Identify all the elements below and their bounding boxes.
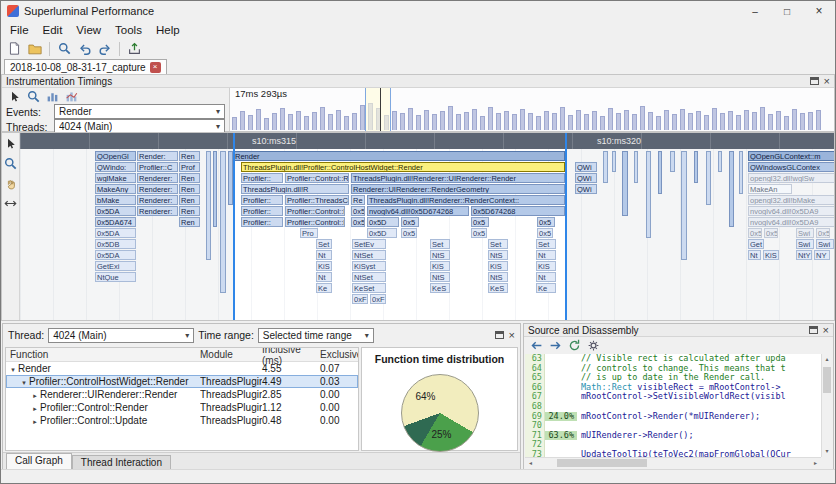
timeline-span[interactable]: Renderer:: [137, 173, 178, 183]
timeline-strip[interactable]: [670, 151, 675, 172]
timeline-span[interactable]: 0x5: [537, 217, 555, 227]
timeline-span[interactable]: 0xF: [352, 294, 368, 304]
pan-tool-icon[interactable]: [2, 175, 19, 192]
timeline-strip[interactable]: [622, 151, 628, 216]
timeline-strip[interactable]: [718, 151, 722, 172]
tab-close-icon[interactable]: [150, 62, 161, 73]
timeline-span[interactable]: Renderer::UIRenderer::RenderGeometry: [351, 184, 565, 194]
timeline-strip[interactable]: [646, 151, 651, 238]
timeline-span[interactable]: 0x5D674268: [471, 206, 565, 216]
timeline-span[interactable]: Render: [233, 151, 565, 161]
timeline-span[interactable]: opengl32.dll!bMake: [748, 195, 834, 205]
timeline-span[interactable]: 0x5: [471, 228, 487, 238]
timeline-span[interactable]: Nt: [748, 250, 761, 260]
timeline-span[interactable]: KeS: [430, 283, 450, 293]
timeline-span[interactable]: KeSet: [352, 283, 386, 293]
menu-help[interactable]: Help: [149, 23, 187, 37]
float-panel-icon[interactable]: [809, 326, 818, 334]
timeline-span[interactable]: 0x5: [537, 228, 553, 238]
select-tool-icon[interactable]: [6, 88, 23, 105]
scroll-right-icon[interactable]: [810, 458, 821, 468]
tab-call-graph[interactable]: Call Graph: [6, 453, 72, 469]
timeline-span[interactable]: Swi: [796, 228, 814, 238]
vertical-scrollbar[interactable]: [821, 354, 832, 457]
timeline-span[interactable]: nvoglv64.dll!0x5D674268: [367, 206, 469, 216]
timeline-span[interactable]: NtSet: [352, 250, 386, 260]
selection-boundary-line[interactable]: [233, 133, 235, 320]
timeline-span[interactable]: KiS: [763, 250, 779, 260]
timeline-span[interactable]: Nt: [316, 250, 332, 260]
call-graph-row[interactable]: ▸Renderer::UIRenderer::RenderThreadsPlug…: [6, 388, 358, 401]
timeline-span[interactable]: Prof: [179, 162, 200, 172]
close-panel-icon[interactable]: [824, 77, 830, 86]
column-module[interactable]: Module: [200, 349, 262, 360]
zoom-tool-icon[interactable]: [2, 155, 19, 172]
timeline-span[interactable]: Profiler::ThreadsCo: [285, 195, 349, 205]
timeline-span[interactable]: 0x5: [351, 217, 365, 227]
distribution-pie-chart[interactable]: 64%25%: [401, 374, 479, 452]
call-graph-row[interactable]: ▸Profiler::Control::UpdateThreadsPlugin0…: [6, 414, 358, 427]
refresh-source-icon[interactable]: [566, 337, 583, 354]
menu-file[interactable]: File: [3, 23, 36, 37]
capture-tab[interactable]: 2018-10-08_08-31-17_capture: [4, 59, 167, 74]
float-panel-icon[interactable]: [495, 331, 504, 339]
timeline-span[interactable]: NY: [814, 250, 830, 260]
timeline-span[interactable]: Profiler::: [241, 173, 283, 183]
timeline-span[interactable]: 0x5D: [367, 228, 397, 238]
timeline-span[interactable]: 0xF: [370, 294, 386, 304]
timeline-span[interactable]: Ren: [179, 184, 200, 194]
timeline-ruler[interactable]: s10:ms315s10:ms320: [20, 133, 834, 149]
scrollbar-thumb[interactable]: [557, 459, 647, 467]
timeline-span[interactable]: 0x5: [351, 206, 365, 216]
maximize-button[interactable]: [771, 1, 803, 21]
expand-icon[interactable]: ▸: [30, 392, 40, 400]
tab-thread-interaction[interactable]: Thread Interaction: [72, 455, 171, 469]
column-function[interactable]: Function: [6, 349, 200, 360]
timeline-strip[interactable]: [681, 151, 687, 260]
timeline-span[interactable]: nvoglv64.dll!0x5DA9: [748, 217, 834, 227]
timeline-span[interactable]: 0x5: [816, 228, 830, 238]
measure-tool-icon[interactable]: [2, 195, 19, 212]
timeline-span[interactable]: 0x5DA: [95, 228, 136, 238]
close-panel-icon[interactable]: [509, 331, 515, 340]
timeline-span[interactable]: bMake: [95, 195, 136, 205]
timeline-span[interactable]: KiS: [488, 261, 508, 271]
table-header[interactable]: Function Module Inclusive (ms) Exclusive: [6, 348, 358, 362]
titlebar[interactable]: Superluminal Performance: [1, 1, 835, 21]
timeline-strip[interactable]: [658, 151, 662, 194]
timeline-span[interactable]: QWi: [575, 162, 597, 172]
timeline-span[interactable]: GetExi: [95, 261, 136, 271]
expand-icon[interactable]: ▸: [30, 418, 40, 426]
timeline-span[interactable]: KiS: [536, 261, 556, 271]
timeline-span[interactable]: Nt: [536, 272, 556, 282]
scroll-down-icon[interactable]: [822, 446, 832, 457]
timeline-span[interactable]: Profiler::Control::R: [285, 206, 345, 216]
select-tool-icon[interactable]: [2, 135, 19, 152]
timeline-span[interactable]: Ke: [536, 283, 556, 293]
timeline-span[interactable]: Re: [351, 195, 365, 205]
next-hot-line-icon[interactable]: [547, 337, 564, 354]
timeline-span[interactable]: KiS: [316, 261, 332, 271]
timeline-span[interactable]: opengl32.dll!wglSw: [748, 173, 834, 183]
timeline-span[interactable]: Nt: [536, 250, 556, 260]
timeline-span[interactable]: 0x5: [471, 217, 489, 227]
zoom-selection-icon[interactable]: [56, 40, 73, 57]
timeline-overview[interactable]: 17ms 293µs: [230, 88, 834, 131]
timeline-span[interactable]: Get: [748, 239, 764, 249]
prev-hot-line-icon[interactable]: [528, 337, 545, 354]
timeline-span[interactable]: Ren: [179, 195, 200, 205]
menu-tools[interactable]: Tools: [108, 23, 149, 37]
timeline-strip[interactable]: [213, 151, 217, 227]
source-code-view[interactable]: 63// Visible rect is calculated after up…: [525, 354, 821, 457]
timeline-span[interactable]: nvoglv64.dll!0x5DA9: [748, 206, 834, 216]
timeline-strip[interactable]: [634, 151, 638, 183]
export-capture-icon[interactable]: [126, 40, 143, 57]
timeline-strip[interactable]: [706, 151, 711, 205]
timeline-span[interactable]: QWindo:: [95, 162, 136, 172]
timeline-span[interactable]: ThreadsPlugin.dll!R: [241, 184, 349, 194]
timeline-span[interactable]: Ke: [316, 283, 332, 293]
undo-icon[interactable]: [76, 40, 93, 57]
timeline-strip[interactable]: [729, 151, 734, 227]
timeline-span[interactable]: Set: [488, 239, 508, 249]
timeline-span[interactable]: 0x5: [748, 228, 762, 238]
